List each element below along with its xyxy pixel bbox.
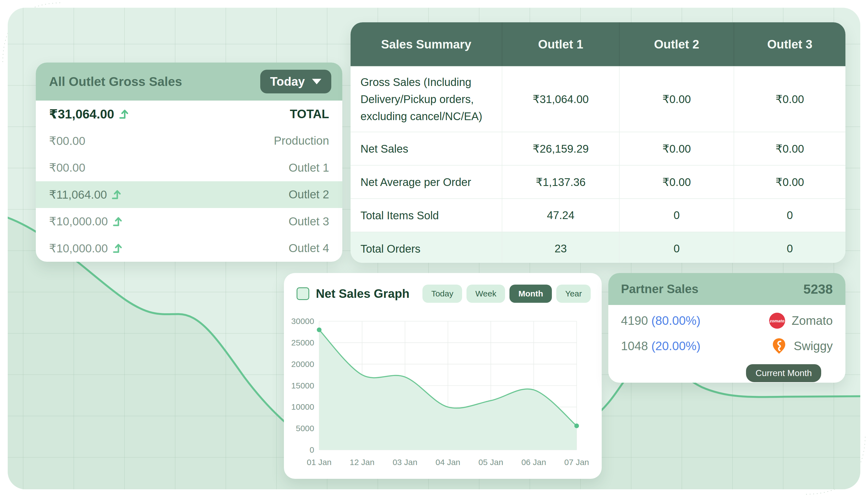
- svg-text:07 Jan: 07 Jan: [564, 458, 589, 467]
- summary-header-title: Sales Summary: [350, 22, 502, 66]
- partner-row-swiggy: 1048 (20.00%) Swiggy: [621, 338, 833, 354]
- gross-row: ₹10,000.00 Outlet 3: [36, 208, 342, 235]
- trend-up-icon: [112, 242, 124, 254]
- gross-sales-rows: ₹31,064.00 TOTAL ₹00.00 Production ₹00.0…: [36, 101, 342, 262]
- svg-text:04 Jan: 04 Jan: [435, 458, 460, 467]
- summary-header-outlet1: Outlet 1: [502, 22, 619, 66]
- partner-value: 1048: [621, 339, 648, 353]
- table-row: Gross Sales (Including Delivery/Pickup o…: [350, 66, 845, 132]
- partner-header: Partner Sales 5238: [608, 273, 845, 305]
- chart-range-filters: Today Week Month Year: [422, 285, 591, 303]
- period-dropdown[interactable]: Today: [260, 70, 331, 94]
- filter-year[interactable]: Year: [556, 285, 591, 303]
- filter-week[interactable]: Week: [466, 285, 505, 303]
- trend-up-icon: [111, 189, 123, 200]
- partner-total: 5238: [803, 282, 833, 297]
- svg-text:12 Jan: 12 Jan: [350, 458, 375, 467]
- filter-today[interactable]: Today: [422, 285, 462, 303]
- partner-percent: (80.00%): [651, 314, 700, 327]
- swiggy-icon: [771, 338, 787, 354]
- partner-title: Partner Sales: [621, 282, 698, 296]
- filter-month[interactable]: Month: [509, 285, 552, 303]
- svg-text:05 Jan: 05 Jan: [478, 458, 503, 467]
- net-sales-checkbox[interactable]: [296, 287, 309, 300]
- gross-row: ₹00.00 Outlet 1: [36, 154, 342, 181]
- summary-header-outlet2: Outlet 2: [619, 22, 734, 66]
- svg-text:15000: 15000: [291, 381, 314, 390]
- zomato-icon: zomato: [769, 313, 785, 329]
- table-row: Net Average per Order ₹1,137.36 ₹0.00 ₹0…: [350, 165, 845, 198]
- table-row-total-orders: Total Orders 23 0 0: [350, 232, 845, 263]
- gross-total-value: ₹31,064.00: [49, 106, 114, 122]
- trend-up-icon: [112, 216, 124, 227]
- partner-percent: (20.00%): [651, 339, 700, 353]
- table-row: Net Sales ₹26,159.29 ₹0.00 ₹0.00: [350, 132, 845, 165]
- gross-row: ₹00.00 Production: [36, 128, 342, 155]
- current-month-badge: Current Month: [746, 364, 821, 382]
- gross-row-highlighted[interactable]: ₹11,064.00 Outlet 2: [36, 181, 342, 208]
- dashboard-panel: All Outlet Gross Sales Today ₹31,064.00 …: [8, 8, 860, 489]
- gross-total-label: TOTAL: [290, 107, 329, 121]
- partner-name: Swiggy: [794, 339, 833, 353]
- gross-row: ₹10,000.00 Outlet 4: [36, 235, 342, 262]
- svg-text:30000: 30000: [291, 318, 314, 326]
- partner-name: Zomato: [792, 314, 833, 328]
- svg-text:10000: 10000: [291, 402, 314, 411]
- table-row: Total Items Sold 47.24 0 0: [350, 198, 845, 232]
- gross-sales-card: All Outlet Gross Sales Today ₹31,064.00 …: [36, 62, 342, 262]
- net-sales-graph-card: Net Sales Graph Today Week Month Year 05…: [284, 273, 602, 479]
- partner-rows: 4190 (80.00%) zomato Zomato 1048 (20.00%…: [608, 305, 845, 354]
- svg-text:06 Jan: 06 Jan: [521, 458, 546, 467]
- caret-down-icon: [312, 79, 321, 84]
- partner-sales-card: Partner Sales 5238 4190 (80.00%) zomato …: [608, 273, 845, 383]
- svg-text:20000: 20000: [291, 359, 314, 369]
- partner-value: 4190: [621, 314, 648, 327]
- summary-header-outlet3: Outlet 3: [734, 22, 845, 66]
- svg-text:0: 0: [309, 445, 314, 454]
- sales-summary-table: Sales Summary Outlet 1 Outlet 2 Outlet 3…: [350, 22, 845, 263]
- net-sales-chart: 05000100001500020000250003000001 Jan12 J…: [289, 318, 597, 470]
- svg-text:03 Jan: 03 Jan: [393, 458, 418, 467]
- chart-header: Net Sales Graph Today Week Month Year: [284, 273, 602, 303]
- summary-header-row: Sales Summary Outlet 1 Outlet 2 Outlet 3: [350, 22, 845, 66]
- svg-text:01 Jan: 01 Jan: [307, 458, 332, 467]
- partner-row-zomato: 4190 (80.00%) zomato Zomato: [621, 313, 833, 329]
- svg-text:5000: 5000: [296, 424, 314, 433]
- chart-title: Net Sales Graph: [316, 287, 416, 301]
- gross-sales-header: All Outlet Gross Sales Today: [36, 62, 342, 101]
- trend-up-icon: [119, 108, 130, 120]
- gross-sales-title: All Outlet Gross Sales: [49, 74, 182, 89]
- gross-row-total: ₹31,064.00 TOTAL: [36, 101, 342, 128]
- period-dropdown-label: Today: [270, 75, 305, 88]
- svg-text:25000: 25000: [291, 338, 314, 347]
